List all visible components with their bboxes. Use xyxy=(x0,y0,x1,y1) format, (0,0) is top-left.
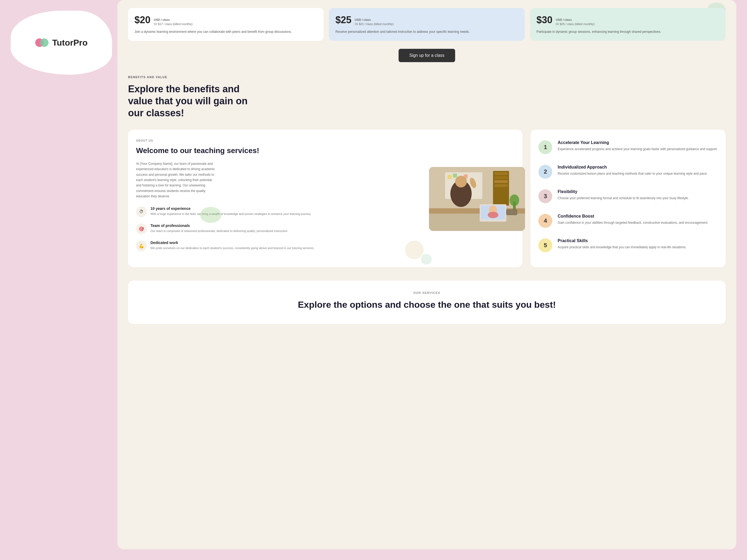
logo-icon xyxy=(35,38,49,48)
benefit-number-2: 2 xyxy=(538,165,552,179)
benefits-title: Explore the benefits and value that you … xyxy=(128,83,251,119)
deco-blob-about-2 xyxy=(421,254,432,265)
benefits-layout: ABOUT US Welcome to our teaching service… xyxy=(128,130,726,267)
benefit-item-5: 5 Practical Skills Acquire practical ski… xyxy=(538,233,718,258)
benefit-desc-4: Gain confidence in your abilities throug… xyxy=(558,220,708,225)
about-panel: ABOUT US Welcome to our teaching service… xyxy=(128,130,522,267)
about-photo xyxy=(429,167,525,231)
pricing-desc-3: Participate in dynamic group sessions, e… xyxy=(537,29,719,34)
feature-title-3: Dedicated work xyxy=(151,241,314,245)
classroom-svg xyxy=(429,167,525,231)
pricing-meta-2: USD / class Or $21 / class (billed month… xyxy=(355,18,394,26)
main-content: $20 USD / class Or $17 / class (billed m… xyxy=(118,0,736,549)
benefits-section: BENEFITS AND VALUE Explore the benefits … xyxy=(118,70,736,275)
pricing-card-3: $30 USD / class Or $25 / class (billed m… xyxy=(530,8,726,41)
svg-point-21 xyxy=(510,194,519,206)
benefit-content-1: Accelerate Your Learning Experience acce… xyxy=(558,140,718,152)
experience-icon: ⏱ xyxy=(136,206,147,217)
feature-text-3: Dedicated work We pride ourselves on our… xyxy=(151,241,314,251)
logo-circle-green xyxy=(40,38,49,47)
photo-bg xyxy=(429,167,525,231)
services-section: OUR SERVICES Explore the options and cho… xyxy=(128,281,726,324)
benefit-title-1: Accelerate Your Learning xyxy=(558,140,718,145)
benefit-item-2: 2 Individualized Approach Receive custom… xyxy=(538,159,718,184)
pricing-meta-3: USD / class Or $25 / class (billed month… xyxy=(556,18,595,26)
benefit-title-4: Confidence Boost xyxy=(558,214,708,219)
benefit-content-4: Confidence Boost Gain confidence in your… xyxy=(558,214,708,225)
benefit-desc-2: Receive customized lesson plans and teac… xyxy=(558,171,707,176)
pricing-desc-1: Join a dynamic learning environment wher… xyxy=(134,29,317,34)
benefits-right-card: 1 Accelerate Your Learning Experience ac… xyxy=(531,130,726,267)
feature-desc-1: With a huge experience in the field, we … xyxy=(151,212,311,216)
benefit-item-1: 1 Accelerate Your Learning Experience ac… xyxy=(538,135,718,159)
benefit-content-3: Flexibility Choose your preferred learni… xyxy=(558,189,689,201)
benefit-number-3: 3 xyxy=(538,189,552,203)
feature-title-1: 10 years of experience xyxy=(151,206,311,211)
price-2: $25 xyxy=(335,15,351,26)
benefit-content-2: Individualized Approach Receive customiz… xyxy=(558,165,707,176)
svg-rect-7 xyxy=(494,184,508,187)
benefit-title-2: Individualized Approach xyxy=(558,165,707,169)
svg-point-19 xyxy=(488,212,498,218)
pricing-section: $20 USD / class Or $17 / class (billed m… xyxy=(118,0,736,46)
svg-rect-8 xyxy=(448,175,452,179)
svg-point-14 xyxy=(455,176,467,187)
svg-rect-22 xyxy=(506,210,517,215)
feature-desc-3: We pride ourselves on our dedication to … xyxy=(151,246,314,251)
svg-rect-4 xyxy=(494,172,508,175)
benefit-item-3: 3 Flexibility Choose your preferred lear… xyxy=(538,184,718,209)
benefit-number-1: 1 xyxy=(538,140,552,154)
benefit-content-5: Practical Skills Acquire practical skill… xyxy=(558,238,687,250)
services-tag: OUR SERVICES xyxy=(139,291,715,294)
deco-blob-about-1 xyxy=(405,241,424,259)
signup-button[interactable]: Sign up for a class xyxy=(398,49,455,62)
deco-blob-green xyxy=(200,207,222,223)
services-title: Explore the options and choose the one t… xyxy=(139,299,715,311)
feature-desc-2: Our team is comprised of seasoned profes… xyxy=(151,229,287,234)
benefits-tag: BENEFITS AND VALUE xyxy=(128,76,726,79)
pricing-meta-1: USD / class Or $17 / class (billed month… xyxy=(154,18,193,26)
svg-rect-6 xyxy=(494,180,508,183)
benefit-desc-3: Choose your preferred learning format an… xyxy=(558,196,689,201)
feature-text-1: 10 years of experience With a huge exper… xyxy=(151,206,311,216)
benefit-title-3: Flexibility xyxy=(558,189,689,194)
benefit-title-5: Practical Skills xyxy=(558,238,687,243)
benefit-number-5: 5 xyxy=(538,238,552,252)
svg-rect-9 xyxy=(453,174,457,178)
dedicated-icon: 💪 xyxy=(136,241,147,251)
signup-btn-container: Sign up for a class xyxy=(118,49,736,62)
pricing-desc-2: Receive personalized attention and tailo… xyxy=(335,29,518,34)
logo-container: TutorPro xyxy=(11,11,112,75)
benefit-number-4: 4 xyxy=(538,214,552,228)
pricing-card-1: $20 USD / class Or $17 / class (billed m… xyxy=(128,8,324,41)
svg-rect-5 xyxy=(494,176,508,179)
benefit-item-4: 4 Confidence Boost Gain confidence in yo… xyxy=(538,209,718,233)
benefits-list: 1 Accelerate Your Learning Experience ac… xyxy=(538,135,718,258)
brand-name: TutorPro xyxy=(52,38,88,48)
about-title: Welcome to our teaching services! xyxy=(136,146,514,156)
benefit-desc-1: Experience accelerated progress and achi… xyxy=(558,146,718,152)
price-3: $30 xyxy=(537,15,552,26)
professionals-icon: 🎯 xyxy=(136,223,147,234)
pricing-card-2: $25 USD / class Or $21 / class (billed m… xyxy=(329,8,524,41)
benefit-desc-5: Acquire practical skills and knowledge t… xyxy=(558,245,687,250)
about-desc: At [Your Company Name], our team of pass… xyxy=(136,161,216,199)
feature-title-2: Team of professionals xyxy=(151,223,287,228)
feature-text-2: Team of professionals Our team is compri… xyxy=(151,223,287,234)
svg-rect-3 xyxy=(493,171,509,206)
price-1: $20 xyxy=(134,15,151,26)
about-feature-3: 💪 Dedicated work We pride ourselves on o… xyxy=(136,241,514,251)
about-tag: ABOUT US xyxy=(136,139,514,142)
